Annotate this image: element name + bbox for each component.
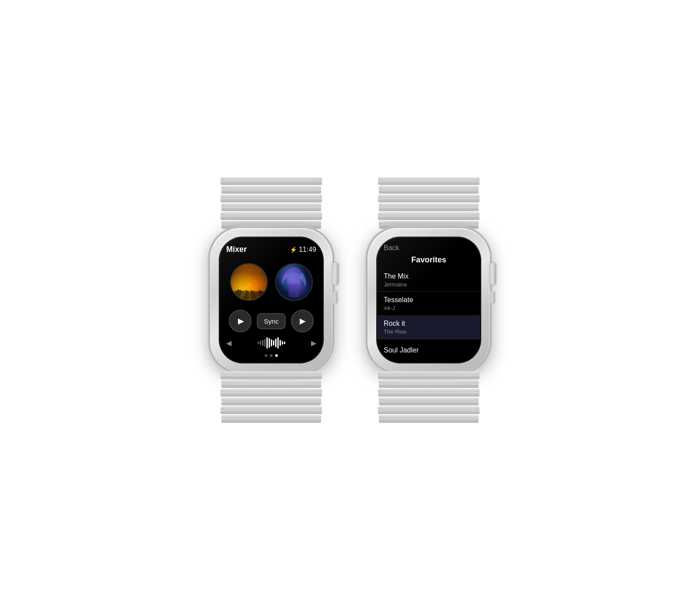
svg-point-5: [287, 272, 300, 285]
wave-bar-active: [273, 340, 274, 345]
band-segment: [220, 389, 322, 397]
watch-case-1: Mixer ⚡ 11:49: [210, 228, 332, 372]
watch-screen-bezel-2: Back Favorites The Mix Jermaine Tesselat…: [376, 237, 481, 363]
band-segment: [378, 195, 480, 202]
band-segment: [221, 203, 321, 211]
watch-screen-bezel-1: Mixer ⚡ 11:49: [219, 237, 324, 363]
watch-side-button: [332, 291, 337, 303]
scrubber-row: ◀: [226, 337, 316, 349]
song-title-4: Soul Jadler: [384, 346, 474, 354]
page-dot-1: [265, 354, 267, 357]
page-dots: [226, 354, 316, 357]
band-top-2: [376, 177, 481, 229]
band-segment: [379, 380, 479, 388]
controls-row: ▶ Sync ▶: [226, 310, 316, 332]
band-segment: [220, 212, 322, 220]
song-artist-3: The Rise: [384, 328, 474, 335]
band-segment: [221, 415, 321, 423]
band-segment: [378, 406, 480, 414]
waveform[interactable]: [231, 337, 311, 349]
list-item[interactable]: Soul Jadler: [378, 339, 480, 362]
watch-screen-2: Back Favorites The Mix Jermaine Tesselat…: [378, 238, 480, 362]
page-dot-2: [270, 354, 273, 357]
wave-bar: [262, 340, 263, 346]
sync-button[interactable]: Sync: [257, 313, 285, 329]
battery-bolt-icon: ⚡: [290, 246, 297, 253]
wave-bar-active: [280, 340, 281, 346]
mixer-title: Mixer: [226, 245, 247, 254]
band-segment: [378, 389, 480, 397]
watch-mixer: Mixer ⚡ 11:49: [210, 177, 332, 423]
mixer-screen: Mixer ⚡ 11:49: [220, 238, 322, 362]
favorites-screen: Back Favorites The Mix Jermaine Tesselat…: [378, 238, 480, 362]
band-segment: [379, 186, 479, 194]
wave-bar-highlight: [266, 337, 268, 349]
scrubber-right-arrow[interactable]: ▶: [311, 339, 316, 347]
watch-crown-2: [489, 263, 495, 285]
list-item[interactable]: The Mix Jermaine: [378, 268, 480, 292]
play-icon-right: ▶: [300, 316, 306, 326]
play-button-left[interactable]: ▶: [229, 310, 252, 332]
page-dot-3-active: [275, 354, 278, 357]
band-segment: [221, 398, 321, 405]
list-item[interactable]: Rock it The Rise: [378, 316, 480, 339]
song-title-2: Tesselate: [384, 296, 474, 304]
watch-crown: [332, 263, 338, 285]
watch-screen-1: Mixer ⚡ 11:49: [220, 238, 322, 362]
wave-bar-active: [271, 339, 272, 346]
wave-bar-active: [275, 338, 276, 347]
watches-container: Mixer ⚡ 11:49: [0, 0, 700, 600]
watch-favorites: Back Favorites The Mix Jermaine Tesselat…: [368, 177, 490, 423]
wave-bar-active: [282, 341, 283, 345]
band-segment: [221, 380, 321, 388]
wave-bar-active: [284, 342, 285, 344]
band-segment: [220, 371, 322, 379]
band-segment: [378, 212, 480, 220]
album-art-singer[interactable]: [275, 263, 313, 301]
wave-bar-active: [269, 338, 270, 348]
song-title-3: Rock it: [384, 319, 474, 328]
favorites-header-row: Back: [378, 238, 480, 254]
watch-side-button-2: [490, 291, 494, 303]
mixer-header: Mixer ⚡ 11:49: [226, 245, 316, 254]
wave-bar: [260, 341, 261, 345]
wave-bar-active: [277, 337, 279, 349]
play-icon-left: ▶: [238, 316, 244, 326]
favorites-list: The Mix Jermaine Tesselate Alt-J Rock it…: [378, 268, 480, 362]
wave-bar: [258, 342, 259, 344]
favorites-title: Favorites: [378, 254, 480, 268]
mixer-clock: 11:49: [299, 246, 316, 254]
band-segment: [220, 177, 322, 185]
list-item[interactable]: Tesselate Alt-J: [378, 292, 480, 315]
band-bottom-1: [219, 371, 324, 423]
song-title-1: The Mix: [384, 272, 474, 280]
svg-rect-4: [288, 283, 299, 297]
band-segment: [378, 371, 480, 379]
scrubber-left-arrow[interactable]: ◀: [226, 339, 231, 347]
mixer-time-container: ⚡ 11:49: [290, 246, 316, 254]
band-segment: [378, 177, 480, 185]
song-artist-1: Jermaine: [384, 281, 474, 288]
band-segment: [379, 415, 479, 423]
album-art-concert[interactable]: [230, 263, 268, 301]
band-segment: [220, 406, 322, 414]
play-button-right[interactable]: ▶: [291, 310, 314, 332]
band-top-1: [219, 177, 324, 229]
song-artist-2: Alt-J: [384, 305, 474, 311]
band-bottom-2: [376, 371, 481, 423]
watch-case-2: Back Favorites The Mix Jermaine Tesselat…: [368, 228, 490, 372]
band-segment: [379, 398, 479, 405]
wave-bar: [264, 339, 266, 347]
band-segment: [220, 195, 322, 202]
album-art-row: [226, 259, 316, 304]
band-segment: [221, 186, 321, 194]
back-button[interactable]: Back: [384, 244, 399, 252]
band-segment: [379, 203, 479, 211]
